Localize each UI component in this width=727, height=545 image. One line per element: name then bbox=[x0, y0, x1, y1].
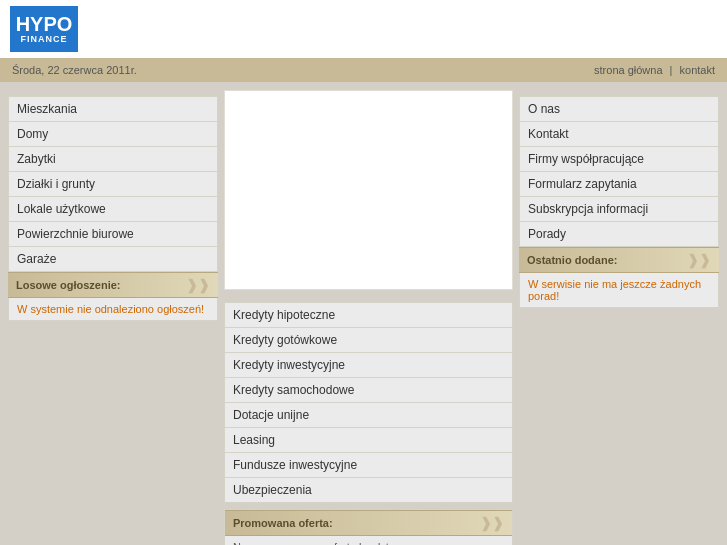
center-nav-item[interactable]: Kredyty samochodowe bbox=[225, 378, 512, 403]
col-left: MieszkaniaDomyZabytkiDziałki i gruntyLok… bbox=[8, 90, 218, 545]
topbar: Środa, 22 czerwca 2011r. strona główna |… bbox=[0, 58, 727, 82]
left-nav-item[interactable]: Domy bbox=[9, 122, 217, 147]
promo-text: Nasza promowana oferta kredytowa ... bbox=[233, 541, 421, 545]
left-arrow-icon: ❱❱ bbox=[186, 277, 210, 293]
right-nav-item[interactable]: O nas bbox=[520, 97, 718, 122]
right-nav-list: O nasKontaktFirmy współpracująceFormular… bbox=[519, 96, 719, 247]
right-section-title: Ostatnio dodane: bbox=[527, 254, 617, 266]
right-nav-item[interactable]: Porady bbox=[520, 222, 718, 246]
logo-hypo: HYPO bbox=[16, 14, 73, 34]
promo-title: Promowana oferta: bbox=[233, 517, 333, 529]
promo-box: Promowana oferta: ❱❱ Nasza promowana ofe… bbox=[224, 509, 513, 545]
center-nav-item[interactable]: Fundusze inwestycyjne bbox=[225, 453, 512, 478]
home-link[interactable]: strona główna bbox=[594, 64, 663, 76]
center-nav-item[interactable]: Kredyty gotówkowe bbox=[225, 328, 512, 353]
col-center: Kredyty hipoteczneKredyty gotówkoweKredy… bbox=[224, 90, 513, 545]
center-nav-item[interactable]: Ubezpieczenia bbox=[225, 478, 512, 502]
left-section-title: Losowe ogłoszenie: bbox=[16, 279, 121, 291]
right-section-content: W serwisie nie ma jeszcze żadnych porad! bbox=[519, 273, 719, 308]
center-nav-item[interactable]: Kredyty inwestycyjne bbox=[225, 353, 512, 378]
left-section-header: Losowe ogłoszenie: ❱❱ bbox=[8, 272, 218, 298]
left-nav-item[interactable]: Lokale użytkowe bbox=[9, 197, 217, 222]
contact-link[interactable]: kontakt bbox=[680, 64, 715, 76]
logo[interactable]: HYPO FINANCE bbox=[10, 6, 78, 52]
center-nav-item[interactable]: Dotacje unijne bbox=[225, 403, 512, 428]
left-nav-item[interactable]: Garaże bbox=[9, 247, 217, 271]
left-nav-item[interactable]: Zabytki bbox=[9, 147, 217, 172]
right-nav-item[interactable]: Formularz zapytania bbox=[520, 172, 718, 197]
left-section-content: W systemie nie odnaleziono ogłoszeń! bbox=[8, 298, 218, 321]
right-nav-item[interactable]: Kontakt bbox=[520, 122, 718, 147]
promo-arrow-icon: ❱❱ bbox=[480, 515, 504, 531]
right-arrow-icon: ❱❱ bbox=[687, 252, 711, 268]
promo-content: Nasza promowana oferta kredytowa ... bbox=[225, 536, 512, 545]
topbar-links: strona główna | kontakt bbox=[594, 64, 715, 76]
left-section-text: W systemie nie odnaleziono ogłoszeń! bbox=[17, 303, 204, 315]
left-nav-item[interactable]: Działki i grunty bbox=[9, 172, 217, 197]
left-nav-item[interactable]: Mieszkania bbox=[9, 97, 217, 122]
center-section-header: Promowana oferta: ❱❱ bbox=[225, 510, 512, 536]
main-wrapper: MieszkaniaDomyZabytkiDziałki i gruntyLok… bbox=[0, 82, 727, 545]
right-section-text: W serwisie nie ma jeszcze żadnych porad! bbox=[528, 278, 701, 302]
center-nav-item[interactable]: Leasing bbox=[225, 428, 512, 453]
logo-finance: FINANCE bbox=[21, 34, 68, 45]
center-nav-item[interactable]: Kredyty hipoteczne bbox=[225, 303, 512, 328]
center-nav-list: Kredyty hipoteczneKredyty gotówkoweKredy… bbox=[224, 302, 513, 503]
left-nav-list: MieszkaniaDomyZabytkiDziałki i gruntyLok… bbox=[8, 96, 218, 272]
right-section-header: Ostatnio dodane: ❱❱ bbox=[519, 247, 719, 273]
separator: | bbox=[670, 64, 673, 76]
right-nav-item[interactable]: Subskrypcja informacji bbox=[520, 197, 718, 222]
topbar-date: Środa, 22 czerwca 2011r. bbox=[12, 64, 137, 76]
col-right: O nasKontaktFirmy współpracująceFormular… bbox=[519, 90, 719, 545]
left-nav-item[interactable]: Powierzchnie biurowe bbox=[9, 222, 217, 247]
banner-box bbox=[224, 90, 513, 290]
right-nav-item[interactable]: Firmy współpracujące bbox=[520, 147, 718, 172]
header: HYPO FINANCE bbox=[0, 0, 727, 58]
